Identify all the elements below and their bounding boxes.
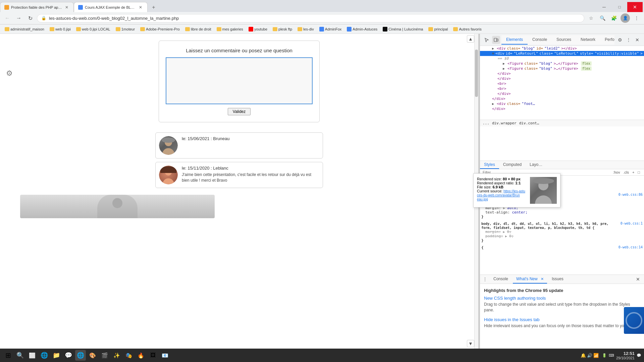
html-line-foot[interactable]: ▶ <div class="foot… (480, 101, 644, 106)
outlook-icon[interactable]: 📧 (160, 350, 170, 361)
bookmark-wix[interactable]: Cinéma | Lulucinéma (381, 26, 425, 32)
issues-tab[interactable]: Issues (548, 275, 567, 284)
bookmark-adminfox[interactable]: AdminFox (317, 26, 344, 32)
settings-gear-icon[interactable]: ⚙ (616, 36, 624, 44)
back-button[interactable]: ← (3, 13, 12, 23)
tray-icon-1[interactable]: 🔔 (581, 353, 586, 358)
notifications-button[interactable]: 💬 (637, 353, 641, 358)
add-style-button[interactable]: + (631, 170, 636, 175)
close-window-button[interactable]: ✕ (627, 2, 643, 12)
html-line-figure1[interactable]: ▶ <figure class="blog">…</figure> flex (480, 61, 644, 66)
triangle-icon[interactable]: ▶ (492, 102, 495, 106)
edge-icon[interactable]: 🌐 (39, 350, 50, 361)
tab-network[interactable]: Network (576, 35, 600, 45)
wifi-icon[interactable]: 📶 (593, 353, 599, 358)
close-devtools-button[interactable]: ✕ (633, 36, 641, 44)
body-div-source[interactable]: 0-web.css:1 (621, 222, 643, 225)
paint-icon[interactable]: 🎨 (87, 350, 98, 361)
tab-1-close[interactable]: ✕ (64, 5, 69, 10)
menu-button[interactable]: ⋮ (632, 13, 641, 23)
update-1-title[interactable]: New CSS length authoring tools (484, 296, 640, 301)
scroll-up-button[interactable]: ▲ (467, 35, 474, 43)
bookmark-adobe[interactable]: Adobe-Premiere-Pro (138, 26, 182, 32)
new-tab-button[interactable]: + (149, 3, 158, 12)
minimize-button[interactable]: ─ (596, 2, 612, 12)
chrome-icon[interactable]: 🌐 (75, 350, 86, 361)
console-dots-button[interactable]: ⋮ (483, 277, 487, 282)
console-tab[interactable]: Console (490, 275, 512, 284)
update-2-title[interactable]: Hide issues in the Issues tab (484, 317, 640, 322)
triangle-icon[interactable]: ▼ (492, 52, 494, 55)
profile-button[interactable]: 👤 (621, 13, 630, 23)
bookmark-web0jipi[interactable]: web 0.jipi (48, 26, 73, 32)
html-line-blog-div[interactable]: ▶ <div class="blog" id="leid2"></div> (480, 46, 644, 51)
whatsapp-icon[interactable]: 💬 (63, 350, 74, 361)
comment-textarea[interactable] (166, 57, 313, 104)
firefly-icon[interactable]: 🔥 (136, 350, 146, 361)
scroll-down-button[interactable]: ▼ (467, 340, 474, 347)
tab-performance[interactable]: Performance (600, 35, 614, 45)
html-line-close-div3[interactable]: </div> (480, 91, 644, 96)
bookmark-libre[interactable]: libre de droit (183, 26, 213, 32)
html-line-close-div2[interactable]: </div> (480, 76, 644, 81)
layout-tab[interactable]: Layo… (526, 161, 546, 169)
tray-icon-2[interactable]: 🔊 (587, 353, 592, 358)
breadcrumb-div-cont[interactable]: div.cont… (519, 121, 539, 125)
tab-sources[interactable]: Sources (552, 35, 576, 45)
tab-console[interactable]: Console (528, 35, 552, 45)
bookmark-principal[interactable]: principal (426, 26, 450, 32)
bookmark-web0local[interactable]: web 0.jipi LOCAL (74, 26, 112, 32)
forward-button[interactable]: → (14, 13, 23, 23)
html-line-close-div5[interactable]: </div> (480, 106, 644, 111)
whats-new-close[interactable]: ✕ (541, 277, 544, 281)
devtools-bottom-close[interactable]: ✕ (635, 276, 641, 283)
task-view-button[interactable]: ⬜ (27, 350, 38, 361)
explorer-icon[interactable]: 📁 (51, 350, 62, 361)
extensions-button[interactable]: 🧩 (609, 13, 619, 23)
tab-1[interactable]: Protection fiable des PHP appelés par… ✕ (0, 2, 74, 12)
tab-elements[interactable]: Elements (501, 35, 528, 45)
address-bar[interactable]: 🔒 les-astuces-du-web.com/0-web_blog02_l_… (37, 14, 584, 22)
html-line-leretour[interactable]: ▼ <div id="LeRetourL" class="LeRetourL" … (480, 51, 644, 56)
tab-2-close[interactable]: ✕ (138, 5, 143, 10)
bookmark-admin-astuces[interactable]: Admin-Astuces (345, 26, 379, 32)
triangle-icon[interactable]: ▶ (492, 47, 495, 50)
scrollbar-thumb[interactable] (475, 50, 478, 97)
bookmark-youtube[interactable]: youtube (247, 26, 269, 32)
bookmark-galeries[interactable]: mes galeries (215, 26, 245, 32)
bookmark-administratif[interactable]: administratif_maison (3, 26, 46, 32)
bookmark-plesk[interactable]: plesk ftp (271, 26, 294, 32)
search-taskbar-button[interactable]: 🔍 (15, 350, 25, 361)
more-options-button[interactable]: ⋮ (625, 36, 633, 44)
triangle-icon[interactable]: ▶ (503, 62, 506, 65)
leretour-source[interactable]: 0-web.css:86 (619, 193, 643, 196)
html-line-close-div1[interactable]: </div> (480, 71, 644, 76)
html-line-br2[interactable]: <br> (480, 86, 644, 91)
device-toolbar-button[interactable] (492, 36, 500, 44)
bookmark-1moteur[interactable]: 1moteur (114, 26, 137, 32)
inspect-cursor-button[interactable] (483, 36, 491, 44)
bookmark-star-button[interactable]: ☆ (586, 13, 596, 23)
after-effects-icon[interactable]: ✨ (111, 350, 122, 361)
html-line-br1[interactable]: <br> (480, 81, 644, 86)
expand-button[interactable]: □ (636, 170, 641, 175)
source-link[interactable]: https://les-astuces-du-web.com/avatar/Br… (477, 189, 525, 201)
animate-icon[interactable]: 🎭 (123, 350, 134, 361)
battery-icon[interactable]: 🔋 (602, 353, 607, 358)
start-button[interactable]: ⊞ (3, 350, 13, 361)
tab-2[interactable]: Cours AJAX Exemple de BLOG | Autom… ✕ (74, 2, 148, 12)
keyboard-icon[interactable]: ⌨ (609, 353, 614, 358)
breadcrumb-dots[interactable]: ... (483, 121, 489, 125)
computed-tab[interactable]: Computed (499, 161, 526, 169)
search-button[interactable]: 🔍 (598, 13, 607, 23)
maximize-button[interactable]: □ (612, 2, 627, 12)
submit-button[interactable]: Validez (228, 108, 251, 115)
misc-source[interactable]: 0-web.css:14 (619, 245, 643, 249)
hov-filter-button[interactable]: :hov (612, 170, 622, 175)
html-line-close-div4[interactable]: </div> (480, 96, 644, 101)
cls-filter-button[interactable]: .cls (622, 170, 630, 175)
premiere-icon[interactable]: 🎬 (99, 350, 110, 361)
whats-new-tab[interactable]: What's New ✕ (513, 275, 547, 284)
reload-button[interactable]: ↻ (25, 13, 35, 23)
html-line-figure2[interactable]: ▶ <figure class="blog">…</figure> flex (480, 66, 644, 71)
